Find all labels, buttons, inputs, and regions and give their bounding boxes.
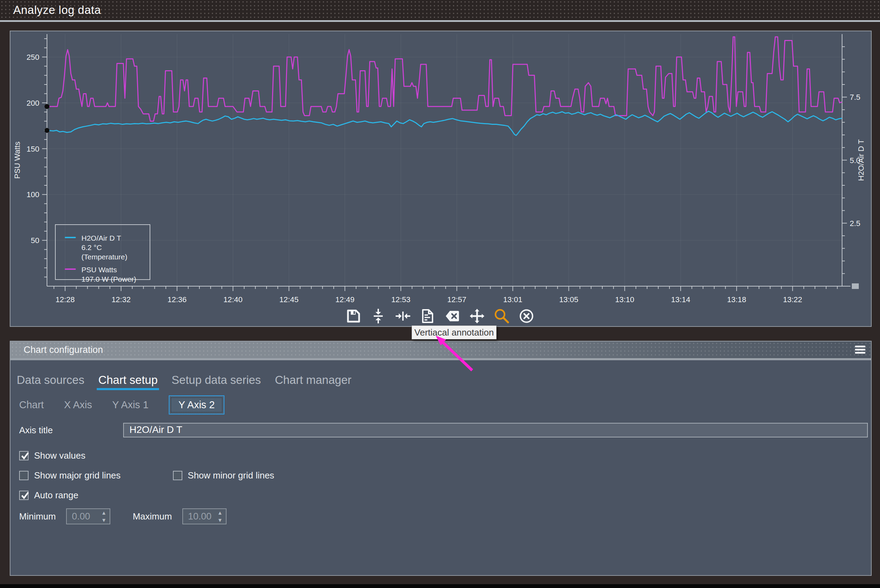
title-bar: Analyze log data (0, 0, 880, 20)
chart-panel: 501001502002502.55.07.512:2812:3212:3612… (10, 31, 872, 327)
show-values-label: Show values (34, 450, 85, 461)
bottom-strip (0, 584, 880, 588)
svg-text:50: 50 (31, 236, 39, 245)
tab-chart-manager[interactable]: Chart manager (273, 372, 354, 388)
fit-vertical-icon[interactable] (370, 308, 386, 324)
svg-text:13:05: 13:05 (559, 295, 578, 304)
svg-text:12:36: 12:36 (167, 295, 187, 304)
legend-series-name: PSU Watts (81, 265, 136, 274)
tab-chart-setup[interactable]: Chart setup (96, 372, 160, 388)
show-minor-grid-lines-label: Show minor grid lines (188, 470, 275, 481)
minimum-value: 0.00 (67, 511, 98, 522)
svg-text:12:49: 12:49 (335, 295, 355, 304)
svg-text:13:10: 13:10 (615, 295, 634, 304)
legend-series-name: H2O/Air D T (81, 233, 150, 243)
axis-title-input[interactable] (123, 423, 868, 437)
show-values-row: Show values (19, 450, 85, 461)
chart-legend: H2O/Air D T 6.2 °C (Temperature) PSU Wat… (55, 224, 150, 280)
legend-series-value: 6.2 °C (Temperature) (81, 243, 150, 261)
show-major-grid-lines-checkbox[interactable] (19, 471, 29, 480)
svg-text:100: 100 (26, 190, 39, 199)
svg-text:12:45: 12:45 (280, 295, 299, 304)
svg-text:250: 250 (26, 53, 39, 62)
svg-text:150: 150 (26, 145, 39, 153)
svg-text:13:22: 13:22 (783, 295, 802, 304)
zoom-icon[interactable] (494, 308, 510, 324)
legend-swatch-power (65, 268, 76, 270)
save-icon[interactable] (346, 308, 361, 324)
show-major-grid-lines-label: Show major grid lines (34, 470, 121, 481)
svg-text:12:28: 12:28 (56, 295, 75, 304)
auto-range-row: Auto range (19, 489, 78, 501)
axis-title-label: Axis title (19, 423, 53, 437)
legend-series-value: 197.0 W (Power) (81, 274, 136, 284)
svg-text:200: 200 (26, 99, 39, 108)
legend-item: PSU Watts 197.0 W (Power) (62, 265, 150, 284)
svg-text:12:53: 12:53 (391, 295, 410, 304)
svg-text:12:40: 12:40 (223, 295, 242, 304)
chart-toolbar (346, 307, 534, 325)
annotation-pointer-arrow (428, 330, 487, 381)
app-window: { "window": { "title": "Analyze log data… (0, 0, 880, 588)
minimum-up-icon[interactable]: ▲ (98, 509, 110, 516)
svg-text:13:14: 13:14 (671, 295, 690, 304)
axis-title-row: Axis title (19, 423, 865, 437)
minimum-spinner[interactable]: 0.00 ▲ ▼ (66, 508, 110, 524)
window-top-strip (0, 20, 880, 22)
clear-annotation-icon[interactable] (444, 308, 460, 324)
legend-swatch-temperature (65, 237, 76, 238)
svg-text:7.5: 7.5 (850, 93, 860, 102)
pan-icon[interactable] (469, 308, 485, 324)
subtab-y-axis-2[interactable]: Y Axis 2 (169, 395, 224, 414)
config-tabs: Data sources Chart setup Setup data seri… (15, 372, 354, 388)
svg-text:2.5: 2.5 (850, 219, 860, 228)
show-values-checkbox[interactable] (19, 451, 29, 460)
auto-range-label: Auto range (34, 490, 78, 501)
auto-range-checkbox[interactable] (19, 490, 29, 500)
show-minor-grid-lines-checkbox[interactable] (173, 471, 182, 480)
maximum-value: 10.00 (183, 511, 214, 522)
subtab-chart[interactable]: Chart (19, 399, 44, 411)
maximum-up-icon[interactable]: ▲ (214, 509, 226, 516)
fit-horizontal-icon[interactable] (395, 308, 411, 324)
window-title: Analyze log data (0, 3, 101, 17)
grid-lines-row: Show major grid lines Show minor grid li… (19, 470, 274, 481)
svg-text:13:18: 13:18 (727, 295, 746, 304)
tab-data-sources[interactable]: Data sources (15, 372, 86, 388)
subtab-y-axis-1[interactable]: Y Axis 1 (112, 399, 149, 411)
legend-item: H2O/Air D T 6.2 °C (Temperature) (62, 233, 150, 261)
maximum-down-icon[interactable]: ▼ (214, 516, 226, 524)
axis-subtabs: Chart X Axis Y Axis 1 Y Axis 2 (19, 396, 238, 414)
minimum-down-icon[interactable]: ▼ (98, 516, 110, 524)
svg-text:13:01: 13:01 (503, 295, 522, 304)
tab-setup-data-series[interactable]: Setup data series (170, 372, 263, 388)
maximum-spinner[interactable]: 10.00 ▲ ▼ (182, 508, 227, 524)
vertical-annotation-icon[interactable] (420, 308, 436, 324)
menu-icon[interactable] (854, 344, 866, 356)
close-icon[interactable] (519, 308, 534, 324)
svg-text:PSU Watts: PSU Watts (13, 141, 21, 179)
svg-text:12:32: 12:32 (111, 295, 131, 304)
config-header-title: Chart configuration (11, 345, 103, 356)
svg-text:H2O/Air D T: H2O/Air D T (857, 140, 865, 181)
subtab-x-axis[interactable]: X Axis (64, 399, 92, 411)
minimum-label: Minimum (19, 511, 56, 522)
range-row: Minimum 0.00 ▲ ▼ Maximum 10.00 ▲ ▼ (19, 508, 227, 524)
svg-text:12:57: 12:57 (447, 295, 466, 304)
maximum-label: Maximum (132, 511, 172, 522)
